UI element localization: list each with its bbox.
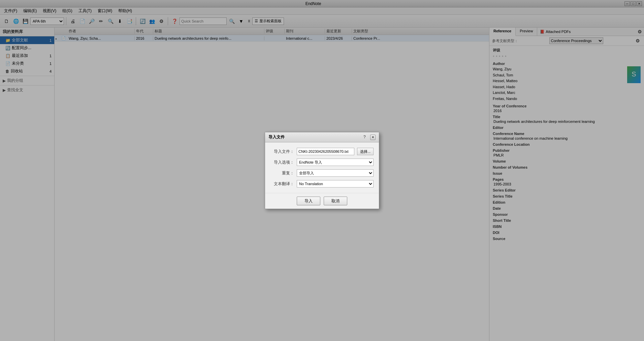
modal-file-label: 导入文件： (270, 149, 294, 155)
modal-file-input[interactable] (297, 148, 354, 155)
modal-options-row: 导入选项： EndNote 导入 (270, 159, 374, 166)
modal-import-button[interactable]: 导入 (297, 197, 320, 205)
modal-duplicate-label: 重复： (270, 170, 294, 176)
modal-controls: ? ✕ (363, 135, 376, 140)
modal-title: 导入文件 (268, 134, 285, 140)
modal-translate-label: 文本翻译： (270, 181, 294, 187)
modal-file-row: 导入文件： 选择... (270, 148, 374, 155)
modal-browse-button[interactable]: 选择... (357, 148, 374, 155)
modal-translate-select[interactable]: No Translation (297, 180, 374, 187)
modal-help-button[interactable]: ? (363, 135, 369, 140)
modal-translate-row: 文本翻译： No Translation (270, 180, 374, 187)
modal-close-button[interactable]: ✕ (370, 135, 376, 140)
modal-body: 导入文件： 选择... 导入选项： EndNote 导入 重复： 全部导入 文本 (265, 142, 379, 193)
modal-footer: 导入 取消 (265, 193, 379, 209)
modal-options-select[interactable]: EndNote 导入 (297, 159, 374, 166)
modal-titlebar: 导入文件 ? ✕ (265, 132, 379, 142)
modal-duplicate-row: 重复： 全部导入 (270, 169, 374, 177)
modal-options-label: 导入选项： (270, 160, 294, 165)
modal-duplicate-select[interactable]: 全部导入 (297, 169, 374, 177)
modal-cancel-button[interactable]: 取消 (324, 197, 347, 205)
import-dialog: 导入文件 ? ✕ 导入文件： 选择... 导入选项： EndNote 导入 (265, 132, 379, 209)
modal-overlay: 导入文件 ? ✕ 导入文件： 选择... 导入选项： EndNote 导入 (0, 0, 644, 341)
